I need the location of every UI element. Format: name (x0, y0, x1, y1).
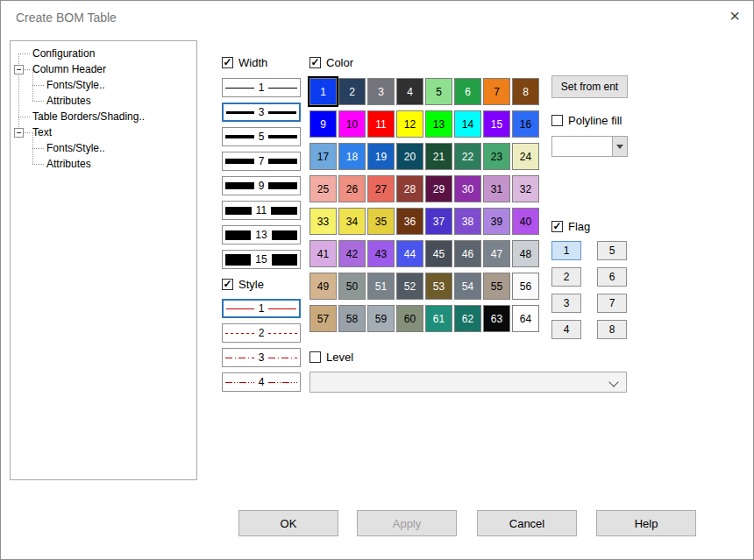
color-swatch-19[interactable]: 19 (367, 143, 395, 170)
color-swatch-15[interactable]: 15 (483, 110, 510, 138)
color-swatch-21[interactable]: 21 (425, 143, 452, 170)
polyline-fill-dropdown[interactable] (551, 136, 628, 157)
color-swatch-54[interactable]: 54 (454, 273, 481, 300)
color-swatch-27[interactable]: 27 (367, 175, 395, 202)
width-option-11[interactable]: 11 (222, 201, 301, 220)
color-swatch-23[interactable]: 23 (483, 143, 510, 170)
color-swatch-3[interactable]: 3 (367, 78, 395, 105)
color-swatch-7[interactable]: 7 (483, 78, 510, 105)
flag-button-1[interactable]: 1 (551, 241, 581, 260)
style-option-2[interactable]: 2 (222, 323, 301, 343)
tree-item[interactable]: Attributes (11, 156, 196, 172)
color-swatch-44[interactable]: 44 (396, 240, 423, 267)
tree-collapse-icon[interactable] (14, 65, 24, 74)
color-swatch-48[interactable]: 48 (512, 240, 539, 267)
color-swatch-39[interactable]: 39 (483, 208, 510, 235)
color-swatch-56[interactable]: 56 (512, 273, 539, 300)
color-swatch-58[interactable]: 58 (338, 305, 366, 332)
color-swatch-62[interactable]: 62 (454, 305, 481, 332)
color-swatch-10[interactable]: 10 (338, 110, 366, 138)
width-option-3[interactable]: 3 (222, 103, 301, 122)
color-swatch-26[interactable]: 26 (338, 175, 366, 202)
color-swatch-50[interactable]: 50 (338, 273, 366, 300)
color-swatch-40[interactable]: 40 (512, 208, 539, 235)
color-swatch-12[interactable]: 12 (396, 110, 423, 138)
color-checkbox[interactable] (309, 57, 321, 68)
color-swatch-34[interactable]: 34 (338, 208, 366, 235)
flag-button-7[interactable]: 7 (597, 294, 627, 313)
flag-button-8[interactable]: 8 (597, 320, 627, 339)
width-option-1[interactable]: 1 (222, 78, 301, 97)
color-swatch-33[interactable]: 33 (309, 208, 337, 235)
color-swatch-22[interactable]: 22 (454, 143, 481, 170)
level-checkbox[interactable] (309, 351, 321, 363)
color-swatch-25[interactable]: 25 (309, 175, 337, 202)
width-option-15[interactable]: 15 (222, 250, 301, 269)
flag-button-6[interactable]: 6 (597, 267, 627, 287)
color-swatch-5[interactable]: 5 (425, 78, 452, 105)
color-swatch-17[interactable]: 17 (309, 143, 337, 170)
tree-item[interactable]: Attributes (11, 93, 196, 109)
color-swatch-36[interactable]: 36 (396, 208, 423, 235)
color-swatch-1[interactable]: 1 (309, 78, 337, 105)
color-swatch-41[interactable]: 41 (309, 240, 337, 267)
width-option-7[interactable]: 7 (222, 152, 301, 171)
color-swatch-57[interactable]: 57 (309, 305, 337, 332)
color-swatch-13[interactable]: 13 (425, 110, 452, 138)
color-swatch-51[interactable]: 51 (367, 273, 395, 300)
color-swatch-4[interactable]: 4 (396, 78, 423, 105)
tree-item[interactable]: Column Header (11, 61, 196, 77)
color-swatch-29[interactable]: 29 (425, 175, 452, 202)
polyline-fill-checkbox[interactable] (551, 115, 563, 126)
flag-button-4[interactable]: 4 (551, 320, 581, 339)
color-swatch-64[interactable]: 64 (512, 305, 539, 332)
color-swatch-31[interactable]: 31 (483, 175, 510, 202)
width-option-5[interactable]: 5 (222, 127, 301, 146)
color-swatch-20[interactable]: 20 (396, 143, 423, 170)
style-option-4[interactable]: 4 (222, 372, 301, 392)
color-swatch-61[interactable]: 61 (425, 305, 452, 332)
level-dropdown[interactable] (309, 372, 627, 393)
color-swatch-38[interactable]: 38 (454, 208, 481, 235)
style-option-3[interactable]: 3 (222, 348, 301, 367)
tree-item[interactable]: Table Borders/Shading.. (11, 109, 196, 124)
width-checkbox[interactable] (222, 57, 233, 68)
color-swatch-55[interactable]: 55 (483, 273, 510, 300)
flag-button-5[interactable]: 5 (597, 241, 627, 260)
ok-button[interactable]: OK (238, 510, 338, 536)
style-checkbox[interactable] (222, 279, 233, 290)
color-swatch-28[interactable]: 28 (396, 175, 423, 202)
color-swatch-53[interactable]: 53 (425, 273, 452, 300)
color-swatch-18[interactable]: 18 (338, 143, 366, 170)
color-swatch-11[interactable]: 11 (367, 110, 395, 138)
flag-button-2[interactable]: 2 (551, 267, 581, 287)
width-option-9[interactable]: 9 (222, 176, 301, 195)
set-from-ent-button[interactable]: Set from ent (551, 75, 628, 98)
tree-item[interactable]: Fonts/Style.. (11, 140, 196, 156)
color-swatch-16[interactable]: 16 (512, 110, 539, 138)
color-swatch-60[interactable]: 60 (396, 305, 423, 332)
width-option-13[interactable]: 13 (222, 225, 301, 245)
color-swatch-43[interactable]: 43 (367, 240, 395, 267)
color-swatch-35[interactable]: 35 (367, 208, 395, 235)
color-swatch-6[interactable]: 6 (454, 78, 481, 105)
dropdown-arrow-button[interactable] (612, 137, 627, 156)
apply-button[interactable]: Apply (357, 510, 457, 536)
tree-item[interactable]: Text (11, 124, 196, 140)
color-swatch-52[interactable]: 52 (396, 273, 423, 300)
color-swatch-14[interactable]: 14 (454, 110, 481, 138)
color-swatch-47[interactable]: 47 (483, 240, 510, 267)
color-swatch-46[interactable]: 46 (454, 240, 481, 267)
close-icon[interactable]: × (729, 7, 740, 25)
tree-item[interactable]: Fonts/Style.. (11, 77, 196, 93)
tree-item[interactable]: Configuration (11, 46, 196, 61)
style-option-1[interactable]: 1 (222, 299, 301, 318)
color-swatch-45[interactable]: 45 (425, 240, 452, 267)
color-swatch-63[interactable]: 63 (483, 305, 510, 332)
color-swatch-8[interactable]: 8 (512, 78, 539, 105)
color-swatch-49[interactable]: 49 (309, 273, 337, 300)
color-swatch-42[interactable]: 42 (338, 240, 366, 267)
cancel-button[interactable]: Cancel (477, 510, 577, 536)
flag-button-3[interactable]: 3 (551, 294, 581, 313)
tree-collapse-icon[interactable] (14, 128, 24, 138)
